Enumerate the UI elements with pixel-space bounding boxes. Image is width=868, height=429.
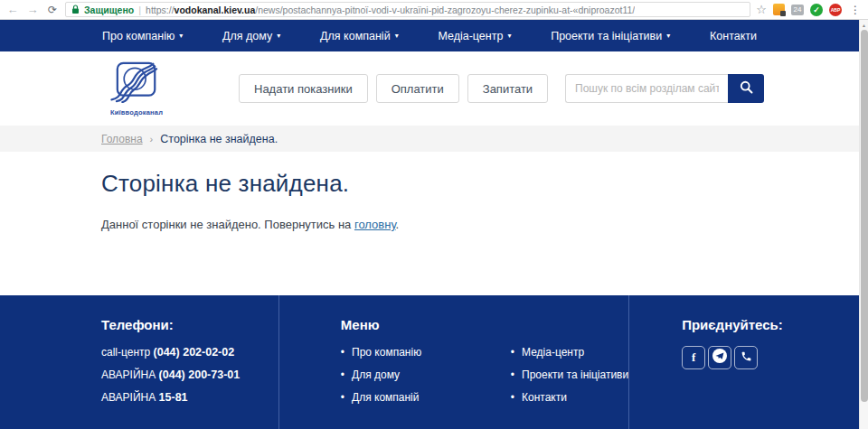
- site-logo[interactable]: Київводоканал: [101, 61, 172, 117]
- extension-badge[interactable]: 24: [791, 5, 804, 15]
- browser-chrome: ← → ⟳ Защищено | https://vodokanal.kiev.…: [0, 0, 868, 20]
- chevron-down-icon: ▾: [395, 32, 399, 40]
- search-input[interactable]: [565, 74, 728, 103]
- facebook-icon: f: [692, 350, 695, 365]
- footer-link-home-clients[interactable]: •Для дому: [341, 368, 449, 381]
- facebook-button[interactable]: f: [682, 346, 705, 369]
- footer-social-column: Приєднуйтесь: f: [628, 295, 859, 429]
- footer-link-about[interactable]: •Про компанію: [341, 346, 449, 359]
- bullet-icon: •: [511, 391, 514, 404]
- page-scrollbar[interactable]: ▲: [859, 20, 868, 429]
- footer-link-companies[interactable]: •Для компаній: [341, 391, 449, 404]
- nav-item-about[interactable]: Про компанію▾: [102, 30, 183, 42]
- bullet-icon: •: [511, 368, 514, 381]
- chrome-actions: ☆ 24 ✓ ABP ⋮: [756, 3, 863, 16]
- main-content: Сторінка не знайдена. Данної сторінки не…: [0, 152, 859, 295]
- site-search: [565, 74, 764, 103]
- bullet-icon: •: [341, 368, 344, 381]
- pay-button[interactable]: Оплатити: [376, 74, 459, 103]
- chevron-down-icon: ▾: [666, 32, 670, 40]
- footer-link-media[interactable]: •Медіа-центр: [511, 346, 628, 359]
- forward-icon[interactable]: →: [25, 3, 40, 16]
- main-navigation: Про компанію▾ Для дому▾ Для компаній▾ Ме…: [0, 20, 859, 51]
- url-separator: |: [138, 5, 141, 15]
- not-found-message: Данної сторінки не знайдено. Повернутись…: [101, 218, 859, 231]
- breadcrumb-separator-icon: ›: [150, 134, 154, 145]
- phones-title: Телефони:: [101, 317, 278, 332]
- telegram-button[interactable]: [708, 346, 731, 369]
- search-icon: [739, 79, 754, 98]
- home-page-link[interactable]: головну: [354, 218, 396, 231]
- kyivvodokanal-logo-icon: [109, 61, 164, 107]
- nav-item-contacts[interactable]: Контакти: [710, 30, 757, 42]
- scrollbar-thumb[interactable]: [861, 30, 868, 402]
- logo-text: Київводоканал: [110, 108, 163, 117]
- footer-menu-title: Меню: [341, 317, 628, 332]
- back-icon[interactable]: ←: [5, 3, 20, 16]
- checkmark-extension-icon[interactable]: ✓: [810, 4, 823, 16]
- nav-item-companies[interactable]: Для компаній▾: [320, 30, 399, 42]
- site-footer: Телефони: call-центр (044) 202-02-02 АВА…: [0, 295, 859, 429]
- chevron-down-icon: ▾: [507, 32, 511, 40]
- header-actions: Надати показники Оплатити Запитати: [239, 74, 548, 103]
- bullet-icon: •: [341, 346, 344, 359]
- search-button[interactable]: [728, 74, 764, 103]
- ask-button[interactable]: Запитати: [467, 74, 548, 103]
- browser-menu-icon[interactable]: ⋮: [848, 4, 863, 16]
- breadcrumb-home-link[interactable]: Головна: [101, 133, 143, 145]
- refresh-icon[interactable]: ⟳: [45, 4, 60, 16]
- site-header: Київводоканал Надати показники Оплатити …: [0, 51, 859, 126]
- footer-link-contacts[interactable]: •Контакти: [511, 391, 628, 404]
- phone-emergency-1: АВАРІЙНА (044) 200-73-01: [101, 368, 278, 381]
- address-bar[interactable]: Защищено | https://vodokanal.kiev.ua/new…: [65, 2, 750, 17]
- submit-readings-button[interactable]: Надати показники: [239, 74, 368, 103]
- padlock-icon: [71, 5, 80, 14]
- chevron-down-icon: ▾: [179, 32, 183, 40]
- nav-item-projects[interactable]: Проекти та ініціативи▾: [551, 30, 670, 42]
- url-text: https://vodokanal.kiev.ua/news/postachan…: [146, 5, 635, 15]
- page-title: Сторінка не знайдена.: [101, 170, 859, 198]
- breadcrumb-current: Сторінка не знайдена.: [160, 133, 278, 145]
- bullet-icon: •: [341, 391, 344, 404]
- phone-contact-button[interactable]: [734, 346, 758, 369]
- nav-item-media[interactable]: Медіа-центр▾: [438, 30, 511, 42]
- footer-link-projects[interactable]: •Проекти та ініціативи: [511, 368, 628, 381]
- extension-icon[interactable]: [773, 4, 785, 15]
- chevron-down-icon: ▾: [277, 32, 280, 40]
- breadcrumb: Головна › Сторінка не знайдена.: [0, 126, 859, 152]
- phone-emergency-2: АВАРІЙНА 15-81: [101, 391, 278, 404]
- phone-call-center: call-центр (044) 202-02-02: [101, 346, 278, 359]
- social-title: Приєднуйтесь:: [682, 317, 859, 332]
- footer-menu-list-1: •Про компанію •Для дому •Для компаній: [341, 346, 449, 414]
- phone-icon: [741, 350, 752, 366]
- bookmark-star-icon[interactable]: ☆: [756, 3, 767, 16]
- security-label: Защищено: [84, 5, 134, 15]
- adblock-extension-icon[interactable]: ABP: [829, 4, 842, 16]
- footer-phones-column: Телефони: call-центр (044) 202-02-02 АВА…: [0, 295, 278, 429]
- page-viewport: Про компанію▾ Для дому▾ Для компаній▾ Ме…: [0, 20, 868, 429]
- nav-item-home-clients[interactable]: Для дому▾: [222, 30, 280, 42]
- footer-menu-list-2: •Медіа-центр •Проекти та ініціативи •Кон…: [511, 346, 628, 414]
- bullet-icon: •: [511, 346, 514, 359]
- telegram-icon: [712, 349, 727, 367]
- scroll-up-icon[interactable]: ▲: [860, 20, 868, 29]
- footer-menu-column: Меню •Про компанію •Для дому •Для компан…: [278, 295, 628, 429]
